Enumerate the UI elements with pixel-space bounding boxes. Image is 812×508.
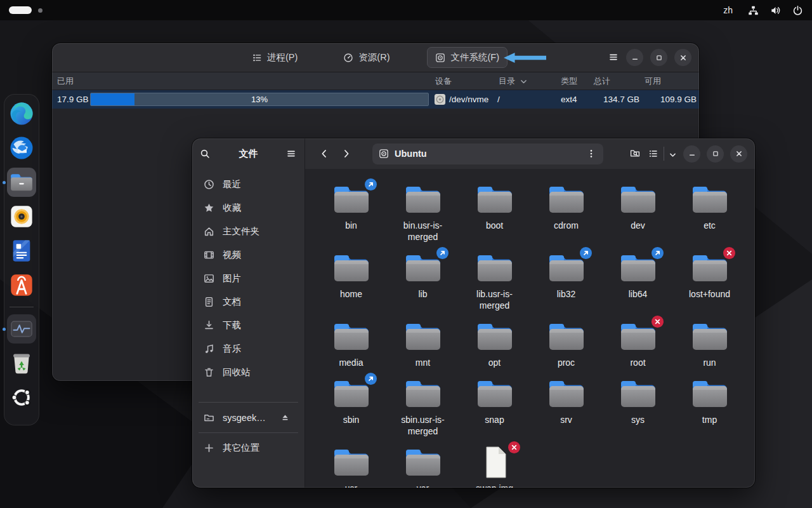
column-header-label: 设备	[435, 76, 452, 87]
sidebar-item[interactable]: 主文件夹	[197, 220, 299, 243]
file-grid-item[interactable]: var	[387, 446, 459, 488]
sidebar-item[interactable]: 下载	[197, 314, 299, 337]
item-type-icon	[403, 377, 443, 410]
tab[interactable]: 文件系统(F)	[427, 47, 508, 68]
list-view-button[interactable]	[648, 149, 659, 159]
network[interactable]	[748, 5, 759, 16]
maximize-button[interactable]	[707, 145, 724, 163]
column-header[interactable]: 已用	[57, 72, 74, 90]
files-headerbar[interactable]: 文件 Ubuntu	[192, 138, 755, 169]
filesystem-row-selected[interactable]: 17.9 GB 13% /dev/nvme / ext4 134.7 GB 10…	[52, 90, 699, 109]
file-grid-item[interactable]: lost+found	[674, 251, 745, 311]
dock-app[interactable]	[7, 202, 36, 231]
dock-app[interactable]	[7, 271, 36, 300]
volume[interactable]	[770, 5, 781, 16]
column-header[interactable]: 可用	[645, 72, 661, 90]
dock-app[interactable]	[7, 349, 36, 378]
system-status-area[interactable]: zh	[719, 5, 803, 16]
file-item-icon	[331, 320, 372, 353]
sidebar-item-mounted-volume[interactable]: sysgeek-n…	[197, 406, 299, 429]
sidebar-item[interactable]: 视频	[197, 243, 299, 267]
file-item-icon	[546, 183, 587, 216]
file-grid-item[interactable]: root	[602, 320, 674, 368]
system-monitor-headerbar[interactable]: 进程(P) 资源(R) 文件系统(F)	[52, 43, 699, 72]
file-grid-item[interactable]: bin	[315, 183, 387, 243]
file-grid-item[interactable]: tmp	[674, 377, 745, 437]
eject-button[interactable]	[277, 410, 293, 426]
view-options-button[interactable]	[669, 150, 677, 158]
tab[interactable]: 资源(R)	[335, 47, 398, 68]
file-grid-item[interactable]: media	[315, 320, 387, 368]
tab[interactable]: 进程(P)	[244, 47, 306, 68]
forward-button[interactable]	[341, 149, 352, 159]
file-grid-item[interactable]: proc	[530, 320, 602, 368]
sidebar-item[interactable]: 回收站	[197, 361, 299, 384]
file-grid-item[interactable]: mnt	[387, 320, 459, 368]
app-icon	[9, 351, 34, 376]
item-type-icon	[331, 446, 372, 479]
file-grid-item[interactable]: home	[315, 251, 387, 311]
close-button[interactable]	[730, 145, 747, 163]
file-grid-item[interactable]: lib32	[530, 251, 602, 311]
sidebar-item[interactable]: 文档	[197, 290, 299, 314]
dock-app[interactable]	[7, 99, 36, 128]
file-grid-item[interactable]: srv	[530, 377, 602, 437]
column-header[interactable]: 设备	[435, 72, 452, 90]
dock-app[interactable]	[7, 168, 36, 197]
column-header[interactable]: 目录	[499, 72, 528, 90]
activities-indicator[interactable]	[9, 6, 43, 14]
location-menu-button[interactable]	[586, 149, 597, 159]
search-everywhere-button[interactable]	[630, 148, 642, 160]
file-grid-item[interactable]: lib.usr-is-merged	[459, 251, 530, 311]
system-monitor-tabs: 进程(P) 资源(R) 文件系统(F)	[52, 47, 699, 68]
power[interactable]	[792, 5, 803, 16]
input-language-indicator[interactable]: zh	[719, 5, 737, 15]
file-item-name: usr	[345, 483, 357, 488]
sidebar-menu-button[interactable]	[286, 149, 297, 159]
back-button[interactable]	[319, 149, 330, 159]
file-grid-item[interactable]: swap.img	[459, 446, 530, 488]
sidebar-item-label: 图片	[223, 272, 293, 284]
file-grid-item[interactable]: usr	[315, 446, 387, 488]
file-grid-item[interactable]: dev	[602, 183, 674, 243]
sidebar-places: 最近 收藏 主文件夹	[197, 173, 299, 384]
file-grid-item[interactable]: lib	[387, 251, 459, 311]
file-grid-item[interactable]: cdrom	[530, 183, 602, 243]
symlink-emblem-icon	[580, 247, 592, 259]
file-grid-item[interactable]: run	[674, 320, 745, 368]
sidebar-item[interactable]: 图片	[197, 267, 299, 290]
path-bar[interactable]: Ubuntu	[372, 144, 603, 164]
files-content-area[interactable]: bin bin.usr-is-merged	[305, 169, 755, 488]
close-button[interactable]	[674, 49, 691, 66]
sidebar-item[interactable]: 收藏	[197, 196, 299, 220]
column-header[interactable]: 总计	[594, 72, 610, 90]
sidebar-item-other-locations[interactable]: 其它位置	[197, 436, 299, 460]
sidebar-divider	[199, 432, 298, 433]
dock-app[interactable]	[7, 236, 36, 265]
search-button[interactable]	[200, 149, 211, 159]
minimize-button[interactable]	[626, 49, 643, 66]
maximize-button[interactable]	[650, 49, 667, 66]
item-type-icon	[618, 183, 658, 216]
file-grid-item[interactable]: etc	[674, 183, 745, 243]
dock-app[interactable]	[7, 314, 36, 344]
no-access-emblem-icon	[508, 441, 520, 453]
file-item-icon	[618, 251, 658, 284]
file-grid-item[interactable]: boot	[459, 183, 530, 243]
file-grid-item[interactable]: sbin	[315, 377, 387, 437]
minimize-button[interactable]	[683, 145, 700, 163]
dock-app[interactable]	[7, 133, 36, 163]
menu-button[interactable]	[608, 52, 619, 63]
dock-app[interactable]	[7, 383, 36, 412]
file-grid-item[interactable]: lib64	[602, 251, 674, 311]
sidebar-item-label: 回收站	[223, 366, 293, 378]
file-grid-item[interactable]: sys	[602, 377, 674, 437]
sidebar-item[interactable]: 最近	[197, 173, 299, 196]
topbar-status-icons	[748, 5, 803, 16]
file-grid-item[interactable]: snap	[459, 377, 530, 437]
column-header[interactable]: 类型	[561, 72, 577, 90]
file-grid-item[interactable]: bin.usr-is-merged	[387, 183, 459, 243]
sidebar-item[interactable]: 音乐	[197, 337, 299, 361]
file-grid-item[interactable]: opt	[459, 320, 530, 368]
file-grid-item[interactable]: sbin.usr-is-merged	[387, 377, 459, 437]
